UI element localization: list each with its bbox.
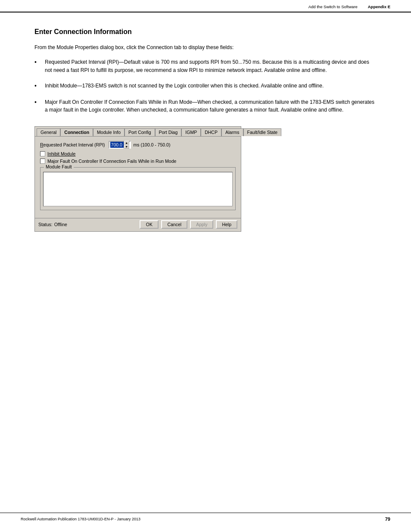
module-fault-title: Module Fault [44,164,74,169]
tab-fault-idle-state[interactable]: Fault/Idle State [243,128,282,136]
main-content: Enter Connection Information From the Mo… [0,12,411,266]
spin-up-arrow[interactable]: ▲ [124,141,129,145]
footer-page-number: 79 [385,516,390,522]
list-item: • Inhibit Module—1783-EMS switch is not … [34,82,377,90]
tab-dhcp[interactable]: DHCP [201,128,221,136]
module-fault-content [43,172,233,206]
tab-port-diag[interactable]: Port Diag [155,128,182,136]
dialog-buttons: OK Cancel Apply Help [140,220,237,229]
cancel-button[interactable]: Cancel [161,220,187,229]
dialog-tabs: General Connection Module Info Port Conf… [35,127,241,137]
major-fault-row: Major Fault On Controller If Connection … [40,159,236,164]
list-item: • Major Fault On Controller If Connectio… [34,98,377,114]
status-value: Offline [54,222,67,227]
major-fault-checkbox[interactable] [40,159,45,164]
tab-module-info[interactable]: Module Info [93,128,125,136]
inhibit-module-label: Inhibit Module [47,151,75,156]
header-right: Add the Switch to Software Appendix E [308,4,390,9]
dialog-mockup: General Connection Module Info Port Conf… [34,126,241,232]
header-appendix: Appendix E [368,4,390,9]
bullet-inhibit-text: Inhibit Module—1783-EMS switch is not sc… [45,82,324,90]
bullet-major-fault-text: Major Fault On Controller If Connection … [45,98,377,114]
bullet-list: • Requested Packet Interval (RPI)—Defaul… [34,58,377,114]
status-label: Status: [38,222,53,227]
page-footer: Rockwell Automation Publication 1783-UM0… [0,513,411,522]
page-header: Add the Switch to Software Appendix E [0,0,411,12]
rpi-range-label: ms (100.0 - 750.0) [134,142,171,147]
inhibit-module-row: Inhibit Module [40,151,236,156]
spin-arrows: ▲ ▼ [124,141,129,149]
bullet-dot: • [34,98,42,107]
tab-port-config[interactable]: Port Config [125,128,155,136]
rpi-label: Requested Packet Interval (RPI) [40,142,105,147]
bullet-rpi-text: Requested Packet Interval (RPI)—Default … [45,58,377,74]
header-section-title: Add the Switch to Software [308,4,358,9]
intro-text: From the Module Properties dialog box, c… [34,44,377,51]
rpi-value[interactable]: 700.0 [110,142,124,148]
status-area: Status: Offline [38,222,67,227]
dialog-body: Requested Packet Interval (RPI) 700.0 ▲ … [35,137,241,218]
tab-alarms[interactable]: Alarms [221,128,243,136]
ok-button[interactable]: OK [140,220,159,229]
tab-general[interactable]: General [37,128,60,136]
section-heading: Enter Connection Information [34,28,377,36]
module-fault-group: Module Fault [40,167,236,210]
dialog-footer: Status: Offline OK Cancel Apply Help [35,218,241,231]
apply-button[interactable]: Apply [190,220,213,229]
spin-down-arrow[interactable]: ▼ [124,145,129,149]
rpi-row: Requested Packet Interval (RPI) 700.0 ▲ … [40,141,236,149]
help-button[interactable]: Help [216,220,237,229]
major-fault-label: Major Fault On Controller If Connection … [47,159,176,164]
tab-connection[interactable]: Connection [60,128,93,136]
list-item: • Requested Packet Interval (RPI)—Defaul… [34,58,377,74]
footer-publication: Rockwell Automation Publication 1783-UM0… [21,517,140,521]
rpi-input[interactable]: 700.0 ▲ ▼ [109,141,131,149]
bullet-dot: • [34,58,42,67]
inhibit-module-checkbox[interactable] [40,151,45,156]
bullet-dot: • [34,82,42,90]
tab-igmp[interactable]: IGMP [181,128,201,136]
